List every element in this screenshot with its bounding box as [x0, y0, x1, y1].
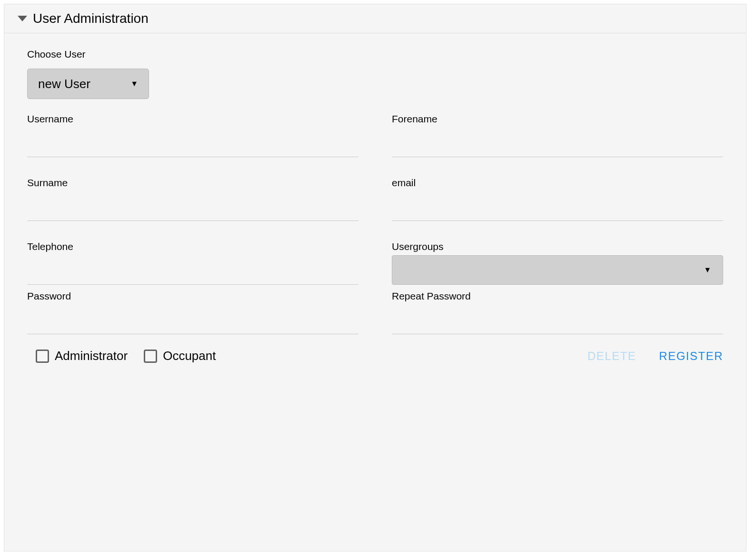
delete-button[interactable]: DELETE — [587, 350, 636, 363]
choose-user-select[interactable]: new User ▼ — [27, 69, 149, 99]
telephone-field: Telephone — [27, 241, 358, 285]
email-field: email — [392, 177, 723, 221]
repeat-password-label: Repeat Password — [392, 290, 723, 302]
surname-input[interactable] — [27, 191, 358, 221]
form-grid: Username Forename Surname email Telephon… — [27, 113, 723, 334]
username-field: Username — [27, 113, 358, 157]
chevron-down-icon: ▼ — [704, 266, 711, 274]
username-label: Username — [27, 113, 358, 125]
usergroups-field: Usergroups ▼ — [392, 241, 723, 285]
administrator-label: Administrator — [55, 349, 128, 363]
register-button[interactable]: REGISTER — [659, 350, 723, 363]
choose-user-label: Choose User — [27, 49, 723, 60]
occupant-label: Occupant — [163, 349, 216, 363]
chevron-down-icon: ▼ — [130, 80, 138, 88]
forename-input[interactable] — [392, 128, 723, 157]
checkbox-icon — [36, 350, 49, 363]
administrator-checkbox[interactable]: Administrator — [36, 349, 128, 363]
repeat-password-field: Repeat Password — [392, 290, 723, 334]
surname-label: Surname — [27, 177, 358, 189]
forename-label: Forename — [392, 113, 723, 125]
password-input[interactable] — [27, 305, 358, 334]
panel-title: User Administration — [33, 11, 149, 26]
telephone-input[interactable] — [27, 255, 358, 285]
password-field: Password — [27, 290, 358, 334]
repeat-password-input[interactable] — [392, 305, 723, 334]
forename-field: Forename — [392, 113, 723, 157]
roles-row: Administrator Occupant DELETE REGISTER — [27, 349, 723, 363]
collapse-toggle-icon[interactable] — [18, 16, 27, 21]
user-admin-panel: User Administration Choose User new User… — [4, 4, 746, 551]
panel-header: User Administration — [4, 4, 746, 33]
action-buttons: DELETE REGISTER — [587, 350, 723, 363]
usergroups-select[interactable]: ▼ — [392, 255, 723, 285]
usergroups-label: Usergroups — [392, 241, 723, 252]
choose-user-section: Choose User new User ▼ — [27, 49, 723, 99]
email-label: email — [392, 177, 723, 189]
panel-body: Choose User new User ▼ Username Forename… — [4, 33, 746, 379]
password-label: Password — [27, 290, 358, 302]
checkbox-icon — [144, 350, 157, 363]
email-input[interactable] — [392, 191, 723, 221]
username-input[interactable] — [27, 128, 358, 157]
telephone-label: Telephone — [27, 241, 358, 252]
checkbox-group: Administrator Occupant — [36, 349, 216, 363]
surname-field: Surname — [27, 177, 358, 221]
occupant-checkbox[interactable]: Occupant — [144, 349, 216, 363]
choose-user-selected: new User — [38, 77, 90, 91]
